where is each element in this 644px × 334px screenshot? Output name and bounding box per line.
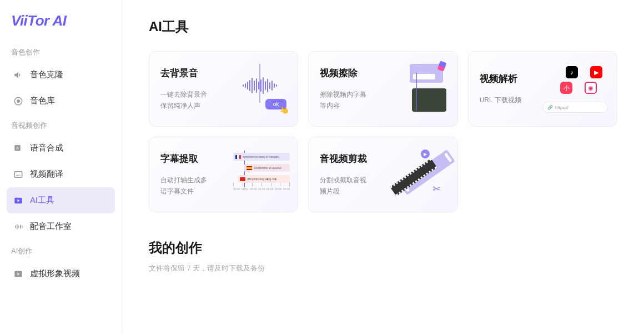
sidebar: ViiTor AI 音色创作 音色克隆 音色库 音视频创作 A 语音合成 视频翻… [0, 0, 122, 334]
svg-rect-4 [14, 171, 22, 177]
instagram-icon: ◉ [585, 82, 597, 94]
sidebar-item-voice-library[interactable]: 音色库 [7, 88, 115, 114]
tool-text: 字幕提取 自动打轴生成多语字幕文件 [160, 152, 233, 196]
tool-title: 视频解析 [480, 72, 552, 85]
nav-label: 视频翻译 [30, 169, 63, 180]
creations-title: 我的创作 [149, 239, 617, 257]
disc-icon [13, 96, 23, 106]
tool-text: 音视频剪裁 分割或截取音视频片段 [320, 152, 393, 196]
speaker-icon [13, 70, 23, 80]
svg-rect-11 [18, 226, 19, 227]
tool-grid: 去背景音 一键去除背景音保留纯净人声 ok 👆 视频擦除 擦除视频内字幕等内容 [149, 51, 617, 212]
tools-icon [13, 196, 23, 206]
tool-video-erase[interactable]: 视频擦除 擦除视频内字幕等内容 [308, 51, 457, 127]
tool-remove-bgm[interactable]: 去背景音 一键去除背景音保留纯净人声 ok 👆 [149, 51, 298, 127]
tiktok-icon: ♪ [566, 66, 578, 78]
tool-desc: 自动打轴生成多语字幕文件 [160, 175, 233, 196]
tool-title: 去背景音 [160, 67, 233, 79]
nav-label: AI工具 [30, 195, 54, 206]
sidebar-item-dubbing-studio[interactable]: 配音工作室 [7, 213, 115, 240]
sidebar-item-avatar-video[interactable]: 虚拟形象视频 [7, 261, 115, 287]
subtitle-icon [13, 170, 23, 180]
waveform-icon [13, 222, 23, 232]
play-icon: ▶ [421, 149, 430, 158]
waveform-illustration: ok 👆 [233, 64, 286, 114]
nav-label: 音色库 [30, 96, 55, 106]
xiaohongshu-icon: 小 [560, 82, 572, 94]
link-icon: 🔗 [547, 105, 553, 110]
sidebar-section-label: 音色创作 [7, 41, 115, 62]
url-input-illustration: 🔗 https:// [542, 102, 608, 113]
logo: ViiTor AI [7, 12, 115, 41]
parse-illustration: ♪ ▶ 小 ◉ 🔗 https:// [552, 64, 606, 114]
erase-illustration [393, 64, 446, 114]
tool-title: 音视频剪裁 [320, 152, 393, 165]
creations-subtitle: 文件将保留 7 天，请及时下载及备份 [149, 263, 617, 273]
svg-rect-10 [17, 224, 18, 229]
tool-title: 字幕提取 [160, 152, 233, 165]
svg-text:A: A [16, 146, 19, 149]
svg-rect-12 [20, 225, 21, 229]
tool-text: 视频擦除 擦除视频内字幕等内容 [320, 67, 393, 111]
play-icon [13, 269, 23, 279]
sidebar-item-voice-clone[interactable]: 音色克隆 [7, 62, 115, 88]
svg-rect-9 [15, 225, 16, 228]
tool-subtitle-extract[interactable]: 字幕提取 自动打轴生成多语字幕文件 synchroniser avec le f… [149, 137, 298, 212]
scissors-icon: ✂ [432, 183, 441, 195]
tool-desc: 擦除视频内字幕等内容 [320, 89, 393, 111]
nav-label: 音色克隆 [30, 69, 63, 80]
tool-desc: 分割或截取音视频片段 [320, 175, 393, 196]
nav-label: 语音合成 [30, 143, 63, 153]
tool-text: 视频解析 URL 下载视频 [480, 72, 552, 106]
page-title: AI工具 [149, 18, 617, 36]
text-to-speech-icon: A [13, 143, 23, 153]
youtube-icon: ▶ [590, 66, 602, 78]
tool-desc: URL 下载视频 [480, 95, 552, 106]
main-content: AI工具 去背景音 一键去除背景音保留纯净人声 ok 👆 视频擦除 擦除视频内字… [122, 0, 644, 334]
tool-desc: 一键去除背景音保留纯净人声 [160, 89, 233, 111]
tool-title: 视频擦除 [320, 67, 393, 79]
subtitle-illustration: synchroniser avec le français Sincroniza… [233, 149, 286, 200]
sidebar-item-ai-tools[interactable]: AI工具 [7, 187, 115, 213]
sidebar-section-label: 音视频创作 [7, 114, 115, 135]
sidebar-section-label: AI创作 [7, 240, 115, 261]
nav-label: 虚拟形象视频 [30, 268, 80, 279]
tool-text: 去背景音 一键去除背景音保留纯净人声 [160, 67, 233, 111]
svg-point-1 [17, 99, 20, 102]
sidebar-item-video-translate[interactable]: 视频翻译 [7, 161, 115, 187]
tool-video-parse[interactable]: 视频解析 URL 下载视频 ♪ ▶ 小 ◉ 🔗 https:// [468, 51, 617, 127]
tool-av-trim[interactable]: 音视频剪裁 分割或截取音视频片段 ▶ ✂ [308, 137, 457, 212]
nav-label: 配音工作室 [30, 221, 72, 232]
sidebar-item-tts[interactable]: A 语音合成 [7, 135, 115, 161]
svg-rect-13 [22, 225, 23, 228]
trim-illustration: ▶ ✂ [393, 149, 446, 200]
